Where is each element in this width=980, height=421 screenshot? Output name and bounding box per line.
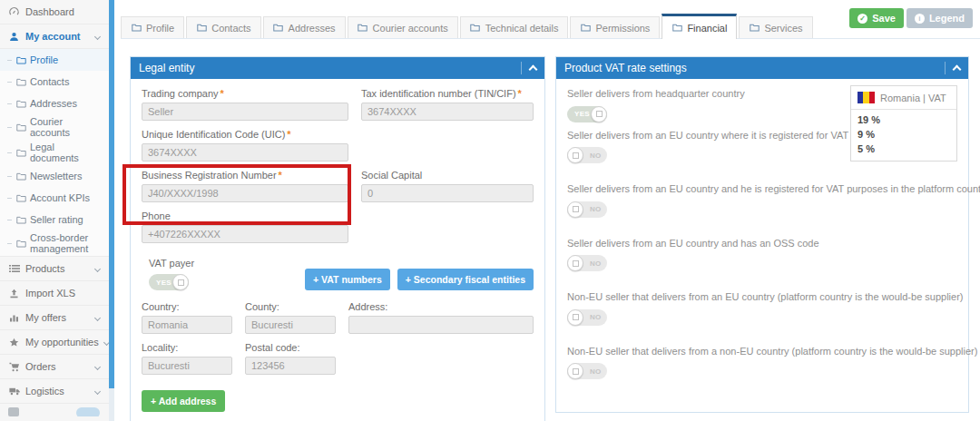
county-field[interactable] xyxy=(245,316,336,334)
legal-entity-body: Trading company* Tax identification numb… xyxy=(131,79,544,421)
toggle-knob xyxy=(567,363,583,379)
eu-registered-vat-toggle[interactable]: NO xyxy=(567,147,607,163)
toggle-knob xyxy=(591,106,607,122)
brn-field[interactable] xyxy=(142,184,348,202)
tab-services[interactable]: Services xyxy=(739,16,812,38)
sidebar-item-my-opportunities[interactable]: My opportunities xyxy=(0,330,109,355)
vat-setting-row: Seller delivers from an EU country and h… xyxy=(567,238,957,272)
sidebar-item-label: Import XLS xyxy=(25,288,75,299)
folder-icon xyxy=(15,216,26,224)
tab-courier-accounts[interactable]: Courier accounts xyxy=(348,16,458,38)
social-capital-field[interactable] xyxy=(361,184,534,202)
folder-icon xyxy=(358,24,368,32)
country-field[interactable] xyxy=(142,316,232,334)
sidebar-item-logistics[interactable]: Logistics xyxy=(0,379,109,404)
save-button[interactable]: ✓ Save xyxy=(849,8,904,28)
sidebar-item-account-kpis[interactable]: Account KPIs xyxy=(0,187,109,209)
vat-settings-header: Product VAT rate settings xyxy=(556,57,968,79)
sidebar-item-my-account[interactable]: My account xyxy=(0,24,109,49)
oss-code-toggle[interactable]: NO xyxy=(567,255,607,271)
tab-contacts[interactable]: Contacts xyxy=(186,16,260,38)
sidebar-item-contacts[interactable]: Contacts xyxy=(0,71,109,93)
sidebar-item-import-xls[interactable]: Import XLS xyxy=(0,281,109,306)
folder-icon xyxy=(15,172,26,181)
tab-permissions[interactable]: Permissions xyxy=(570,16,660,38)
menu-icon xyxy=(8,407,19,416)
field-label: Locality: xyxy=(142,342,232,353)
vat-rates-box: Romania | VAT 19 % 9 % 5 % xyxy=(850,85,957,162)
secondary-fiscal-entities-button[interactable]: + Secondary fiscal entities xyxy=(397,269,534,290)
sidebar: Dashboard My account Profile Contacts Ad… xyxy=(0,0,109,421)
collapse-icon[interactable] xyxy=(953,65,962,74)
add-address-button[interactable]: + Add address xyxy=(142,390,225,412)
field-label: Phone xyxy=(142,210,348,221)
divider xyxy=(945,62,946,74)
required-marker: * xyxy=(220,88,224,99)
folder-icon xyxy=(671,24,682,32)
info-icon: i xyxy=(915,14,925,24)
toggle-knob xyxy=(567,201,583,218)
sidebar-item-courier-accounts[interactable]: Courier accounts xyxy=(0,114,109,140)
vat-setting-row: Non-EU seller that delivers from a non-E… xyxy=(567,346,957,380)
chevron-down-icon xyxy=(94,33,101,39)
phone-field[interactable] xyxy=(142,225,348,243)
user-icon xyxy=(8,32,20,42)
eu-platform-country-vat-toggle[interactable]: NO xyxy=(567,201,607,218)
sidebar-item-legal-documents[interactable]: Legal documents xyxy=(0,140,109,165)
sidebar-item-label: Logistics xyxy=(25,386,64,397)
tab-addresses[interactable]: Addresses xyxy=(263,16,346,38)
vat-settings-panel: Product VAT rate settings Romania | VAT … xyxy=(555,56,969,413)
field-label: Business Registration Number* xyxy=(142,170,348,181)
legend-label: Legend xyxy=(929,13,965,24)
sidebar-item-label: Account KPIs xyxy=(30,192,90,203)
address-field[interactable] xyxy=(348,316,534,334)
non-eu-from-non-eu-toggle[interactable]: NO xyxy=(567,363,607,379)
tab-profile[interactable]: Profile xyxy=(121,16,184,38)
dashboard-icon xyxy=(8,6,20,17)
field-label: County: xyxy=(245,301,336,312)
list-icon xyxy=(8,264,20,273)
sidebar-item-orders[interactable]: Orders xyxy=(0,355,109,379)
toggle-knob xyxy=(567,255,583,271)
vat-numbers-button[interactable]: + VAT numbers xyxy=(305,269,390,290)
sidebar-item-label: Products xyxy=(25,263,64,274)
tab-technical-details[interactable]: Technical details xyxy=(460,16,569,38)
field-label: VAT payer xyxy=(149,258,194,269)
sidebar-item-seller-rating[interactable]: Seller rating xyxy=(0,209,109,230)
sidebar-item-products[interactable]: Products xyxy=(0,257,109,281)
chevron-down-icon xyxy=(94,314,101,320)
sidebar-item-partial[interactable] xyxy=(0,404,109,416)
trading-company-field[interactable] xyxy=(142,103,348,121)
non-eu-from-eu-toggle[interactable]: NO xyxy=(567,309,607,326)
sidebar-item-newsletters[interactable]: Newsletters xyxy=(0,165,109,187)
vat-rates-header: Romania | VAT xyxy=(851,86,956,110)
postal-code-field[interactable] xyxy=(245,357,336,375)
folder-icon xyxy=(196,24,207,32)
tab-label: Financial xyxy=(687,23,727,34)
brn-group: Business Registration Number* xyxy=(142,170,348,202)
locality-field[interactable] xyxy=(142,357,232,375)
address-group: Address: xyxy=(348,301,534,334)
toggle-knob xyxy=(567,147,583,163)
tin-field[interactable] xyxy=(361,103,534,121)
panel-title: Product VAT rate settings xyxy=(564,62,936,74)
tab-label: Profile xyxy=(146,23,174,34)
uic-field[interactable] xyxy=(142,143,348,162)
vat-rate: 9 % xyxy=(858,127,950,142)
vat-payer-toggle[interactable]: YES xyxy=(149,274,189,290)
field-label: Country: xyxy=(142,301,232,312)
legend-button[interactable]: i Legend xyxy=(906,8,973,28)
folder-icon xyxy=(580,24,591,32)
star-icon xyxy=(8,338,20,348)
sidebar-item-addresses[interactable]: Addresses xyxy=(0,93,109,114)
chevron-down-icon xyxy=(94,387,101,394)
tab-financial[interactable]: Financial xyxy=(662,14,737,39)
sidebar-item-cross-border-management[interactable]: Cross-border management xyxy=(0,230,109,256)
sidebar-item-my-offers[interactable]: My offers xyxy=(0,306,109,330)
tab-label: Permissions xyxy=(595,23,650,34)
sidebar-item-profile[interactable]: Profile xyxy=(0,49,109,71)
headquarter-country-toggle[interactable]: YES xyxy=(567,106,607,122)
upload-icon xyxy=(8,289,20,299)
collapse-icon[interactable] xyxy=(529,65,538,74)
sidebar-item-dashboard[interactable]: Dashboard xyxy=(0,0,109,24)
